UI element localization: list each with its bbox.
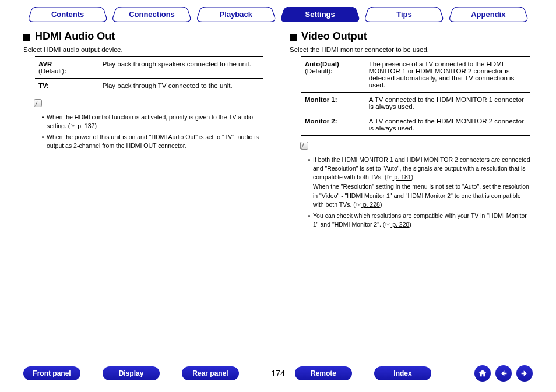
row-key: Monitor 1:	[305, 96, 337, 103]
row-key: AVR	[38, 61, 52, 68]
right-column: Video Output Select the HDMI monitor con…	[278, 30, 533, 231]
options-table-left: AVR (Default): Play back through speaker…	[35, 56, 263, 93]
row-value: Play back through speakers connected to …	[99, 57, 263, 79]
notes-list-left: When the HDMI control function is activa…	[34, 113, 266, 151]
prev-page-icon[interactable]	[495, 365, 512, 382]
front-panel-button[interactable]: Front panel	[23, 366, 80, 380]
section-subhead: Select the HDMI monitor connector to be …	[290, 46, 533, 53]
tab-playback[interactable]: Playback	[194, 7, 278, 22]
tab-label: Appendix	[471, 10, 505, 19]
list-item: When the HDMI control function is activa…	[42, 113, 266, 131]
options-table-right: Auto(Dual) (Default): The presence of a …	[301, 56, 530, 136]
footer-bar: Front panel Display Rear panel 174 Remot…	[23, 365, 533, 382]
page-link-137[interactable]: p. 137	[76, 122, 94, 129]
row-value: A TV connected to the HDMI MONITOR 1 con…	[365, 93, 530, 114]
list-item: You can check which resolutions are comp…	[308, 211, 533, 229]
bullet-square-icon	[290, 34, 297, 41]
bullet-square-icon	[23, 34, 30, 41]
row-value: The presence of a TV connected to the HD…	[365, 57, 530, 93]
notes-list-right: If both the HDMI MONITOR 1 and HDMI MONI…	[300, 156, 533, 229]
tab-settings[interactable]: Settings	[278, 7, 362, 22]
rear-panel-button[interactable]: Rear panel	[182, 366, 239, 380]
row-key-tail: (Default)	[305, 68, 330, 75]
tab-tips[interactable]: Tips	[362, 7, 446, 22]
tab-label: Tips	[396, 10, 412, 19]
hand-icon: ☞	[70, 122, 76, 129]
section-heading-hdmi-audio-out: HDMI Audio Out	[35, 30, 115, 43]
page-number: 174	[263, 369, 293, 378]
next-page-icon[interactable]	[516, 365, 533, 382]
hand-icon: ☞	[386, 174, 392, 181]
table-row: Monitor 2: A TV connected to the HDMI MO…	[301, 114, 530, 136]
row-key: Monitor 2:	[305, 118, 337, 125]
tab-contents[interactable]: Contents	[26, 7, 110, 22]
index-button[interactable]: Index	[374, 366, 431, 380]
home-icon[interactable]	[474, 365, 491, 382]
note-icon	[300, 142, 308, 150]
row-value: Play back through TV connected to the un…	[99, 79, 263, 93]
page-link-228b[interactable]: p. 228	[390, 221, 409, 228]
row-key: Auto(Dual)	[305, 61, 339, 68]
tab-label: Contents	[51, 10, 84, 19]
hand-icon: ☞	[356, 201, 361, 208]
section-subhead: Select HDMI audio output device.	[23, 46, 266, 53]
hand-icon: ☞	[385, 221, 390, 228]
page-link-228a[interactable]: p. 228	[361, 201, 380, 208]
table-row: AVR (Default): Play back through speaker…	[35, 57, 263, 79]
note-icon	[34, 99, 42, 107]
page-link-181[interactable]: p. 181	[392, 174, 411, 181]
list-item: When the power of this unit is on and "H…	[42, 133, 266, 150]
list-item: If both the HDMI MONITOR 1 and HDMI MONI…	[308, 156, 533, 210]
display-button[interactable]: Display	[103, 366, 160, 380]
remote-button[interactable]: Remote	[295, 366, 352, 380]
row-key: TV:	[38, 82, 49, 89]
top-tabs: Contents Connections Playback Settings T…	[23, 7, 533, 22]
tab-label: Connections	[129, 10, 175, 19]
table-row: TV: Play back through TV connected to th…	[35, 79, 263, 93]
tab-label: Settings	[305, 10, 335, 19]
table-row: Monitor 1: A TV connected to the HDMI MO…	[301, 93, 530, 114]
tab-appendix[interactable]: Appendix	[446, 7, 530, 22]
section-heading-video-output: Video Output	[301, 30, 367, 43]
row-key-tail: (Default)	[38, 68, 64, 75]
table-row: Auto(Dual) (Default): The presence of a …	[301, 57, 530, 93]
left-column: HDMI Audio Out Select HDMI audio output …	[23, 30, 278, 231]
tab-label: Playback	[220, 10, 252, 19]
row-value: A TV connected to the HDMI MONITOR 2 con…	[365, 114, 530, 136]
tab-connections[interactable]: Connections	[110, 7, 193, 22]
